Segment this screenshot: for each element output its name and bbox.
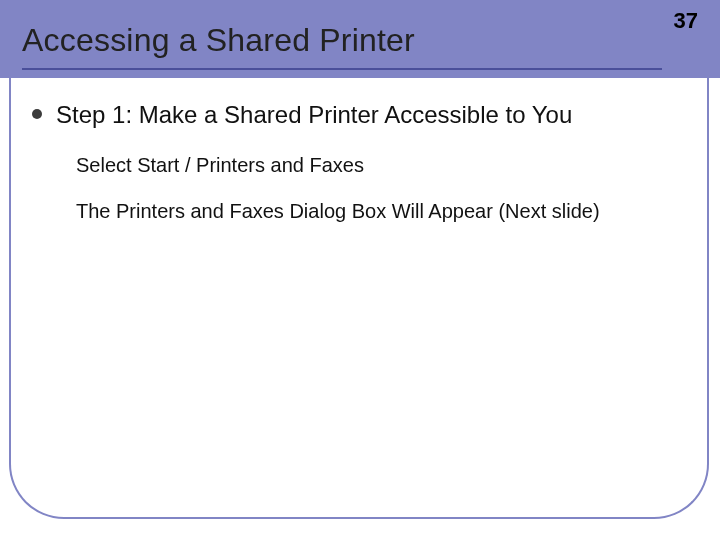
bullet-item: Step 1: Make a Shared Printer Accessible… (32, 100, 672, 130)
bullet-main-text: Step 1: Make a Shared Printer Accessible… (56, 100, 572, 130)
sub-item-1: Select Start / Printers and Faxes (76, 152, 672, 178)
slide-content: Step 1: Make a Shared Printer Accessible… (32, 100, 672, 244)
bullet-dot-icon (32, 109, 42, 119)
title-underline (22, 68, 662, 70)
slide-title: Accessing a Shared Printer (22, 22, 415, 59)
page-number: 37 (674, 8, 698, 34)
sub-item-2: The Printers and Faxes Dialog Box Will A… (76, 198, 672, 224)
